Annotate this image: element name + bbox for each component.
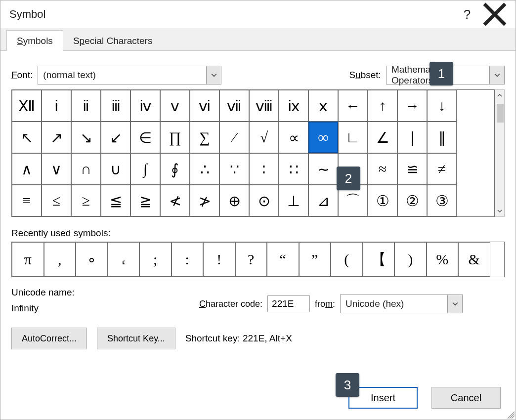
callout-2: 2 bbox=[337, 167, 360, 190]
symbol-cell[interactable]: ③ bbox=[427, 185, 457, 216]
symbol-cell[interactable]: ⊿ bbox=[308, 185, 338, 216]
symbol-cell[interactable]: ∕ bbox=[219, 122, 249, 153]
recent-symbol-cell[interactable]: ∘ bbox=[76, 242, 108, 277]
symbol-cell[interactable]: ⅴ bbox=[160, 90, 190, 122]
symbol-cell[interactable]: → bbox=[397, 90, 427, 122]
tab-strip: Symbols Special Characters bbox=[0, 28, 516, 51]
character-code-input[interactable] bbox=[267, 295, 310, 312]
symbol-cell[interactable]: ∩ bbox=[71, 153, 101, 185]
symbol-cell[interactable]: ⊙ bbox=[249, 185, 279, 216]
symbol-cell[interactable]: ⅱ bbox=[71, 90, 101, 122]
symbol-cell[interactable]: ∴ bbox=[190, 153, 219, 185]
recent-symbol-cell[interactable]: ; bbox=[139, 242, 172, 277]
callout-1: 1 bbox=[430, 62, 453, 85]
symbol-cell[interactable]: ∵ bbox=[219, 153, 249, 185]
symbol-cell[interactable]: ≯ bbox=[190, 185, 219, 216]
recent-symbol-cell[interactable]: : bbox=[172, 242, 204, 277]
symbol-cell[interactable]: ≧ bbox=[130, 185, 160, 216]
symbol-cell[interactable]: ≌ bbox=[397, 153, 427, 185]
recent-symbol-cell[interactable]: ! bbox=[203, 242, 235, 277]
autocorrect-button[interactable]: AutoCorrect... bbox=[11, 328, 87, 349]
font-value: (normal text) bbox=[38, 70, 206, 81]
symbol-cell[interactable]: ∨ bbox=[42, 153, 71, 185]
cancel-button[interactable]: Cancel bbox=[431, 387, 501, 409]
symbol-cell[interactable]: ↖ bbox=[12, 122, 42, 153]
symbol-cell[interactable]: ∠ bbox=[368, 122, 397, 153]
symbol-cell[interactable]: ∫ bbox=[130, 153, 160, 185]
character-code-label: Character code: bbox=[199, 299, 262, 309]
tab-special-characters[interactable]: Special Characters bbox=[63, 31, 163, 50]
shortcut-key-text: Shortcut key: 221E, Alt+X bbox=[185, 333, 292, 344]
symbol-cell[interactable]: ⊕ bbox=[219, 185, 249, 216]
font-label: Font: bbox=[11, 70, 33, 81]
close-button[interactable] bbox=[481, 0, 509, 28]
recent-symbol-cell[interactable]: 【 bbox=[363, 242, 395, 277]
symbol-cell[interactable]: ∪ bbox=[101, 153, 130, 185]
scroll-thumb[interactable] bbox=[497, 104, 504, 123]
help-button[interactable]: ? bbox=[453, 0, 481, 28]
symbol-cell[interactable]: ① bbox=[368, 185, 397, 216]
from-combo[interactable]: Unicode (hex) bbox=[340, 294, 463, 313]
font-dropdown-button[interactable] bbox=[206, 66, 221, 84]
symbol-cell[interactable]: ≮ bbox=[160, 185, 190, 216]
recent-symbol-cell[interactable]: ( bbox=[331, 242, 363, 277]
symbol-cell[interactable]: ∈ bbox=[130, 122, 160, 153]
recent-symbol-cell[interactable]: % bbox=[427, 242, 459, 277]
scroll-up-button[interactable] bbox=[495, 90, 504, 101]
resize-grip[interactable] bbox=[506, 410, 515, 419]
symbol-cell[interactable]: Ⅻ bbox=[12, 90, 42, 122]
from-dropdown-button[interactable] bbox=[447, 295, 462, 313]
symbol-cell[interactable]: ∣ bbox=[397, 122, 427, 153]
symbol-cell[interactable]: ≤ bbox=[42, 185, 71, 216]
symbol-cell[interactable]: ↑ bbox=[368, 90, 397, 122]
recent-symbol-cell[interactable]: ? bbox=[235, 242, 267, 277]
from-value: Unicode (hex) bbox=[341, 298, 447, 309]
symbol-cell[interactable]: ∮ bbox=[160, 153, 190, 185]
scrollbar[interactable] bbox=[495, 89, 505, 217]
symbol-cell[interactable]: ↙ bbox=[101, 122, 130, 153]
recent-symbol-cell[interactable]: ” bbox=[299, 242, 331, 277]
symbol-grid: Ⅻⅰⅱⅲⅳⅴⅵⅶⅷⅸⅹ←↑→↓↖↗↘↙∈∏∑∕√∝∞∟∠∣∥∧∨∩∪∫∮∴∵∶∷… bbox=[11, 89, 495, 217]
symbol-cell[interactable]: ∶ bbox=[249, 153, 279, 185]
recent-symbol-cell[interactable]: π bbox=[12, 242, 44, 277]
symbol-cell[interactable]: ≡ bbox=[12, 185, 42, 216]
symbol-cell[interactable]: ≠ bbox=[427, 153, 457, 185]
symbol-cell[interactable]: ↘ bbox=[71, 122, 101, 153]
symbol-cell[interactable]: ∝ bbox=[279, 122, 308, 153]
symbol-cell[interactable]: ∑ bbox=[190, 122, 219, 153]
symbol-cell[interactable]: ⅹ bbox=[308, 90, 338, 122]
symbol-cell[interactable]: ↓ bbox=[427, 90, 457, 122]
symbol-cell[interactable]: ⅸ bbox=[279, 90, 308, 122]
symbol-cell[interactable]: ⅳ bbox=[130, 90, 160, 122]
recent-symbol-cell[interactable]: & bbox=[458, 242, 490, 277]
recent-symbol-cell[interactable]: , bbox=[44, 242, 76, 277]
symbol-cell[interactable]: ∧ bbox=[12, 153, 42, 185]
symbol-cell[interactable]: ∟ bbox=[338, 122, 368, 153]
symbol-cell[interactable]: ⅵ bbox=[190, 90, 219, 122]
symbol-cell[interactable]: ⅶ bbox=[219, 90, 249, 122]
recent-symbol-cell[interactable]: ) bbox=[394, 242, 427, 277]
symbol-cell[interactable]: ∏ bbox=[160, 122, 190, 153]
tab-symbols[interactable]: Symbols bbox=[6, 30, 63, 51]
symbol-cell[interactable]: ↗ bbox=[42, 122, 71, 153]
symbol-cell[interactable]: √ bbox=[249, 122, 279, 153]
symbol-cell[interactable]: ⅷ bbox=[249, 90, 279, 122]
symbol-cell[interactable]: ← bbox=[338, 90, 368, 122]
symbol-cell[interactable]: ∥ bbox=[427, 122, 457, 153]
recent-symbol-cell[interactable]: ⸲ bbox=[108, 242, 140, 277]
recent-symbol-cell[interactable]: “ bbox=[267, 242, 299, 277]
subset-dropdown-button[interactable] bbox=[489, 66, 504, 84]
symbol-cell[interactable]: ≈ bbox=[368, 153, 397, 185]
symbol-cell[interactable]: ∷ bbox=[279, 153, 308, 185]
font-combo[interactable]: (normal text) bbox=[38, 66, 221, 84]
symbol-cell[interactable]: ⊥ bbox=[279, 185, 308, 216]
symbol-cell[interactable]: ② bbox=[397, 185, 427, 216]
symbol-cell[interactable]: ≦ bbox=[101, 185, 130, 216]
symbol-cell[interactable]: ⅲ bbox=[101, 90, 130, 122]
shortcut-key-button[interactable]: Shortcut Key... bbox=[97, 328, 175, 349]
scroll-down-button[interactable] bbox=[495, 206, 504, 216]
symbol-cell[interactable]: ≥ bbox=[71, 185, 101, 216]
symbol-cell[interactable]: ∼ bbox=[308, 153, 338, 185]
symbol-cell[interactable]: ∞ bbox=[308, 122, 338, 153]
symbol-cell[interactable]: ⅰ bbox=[42, 90, 71, 122]
